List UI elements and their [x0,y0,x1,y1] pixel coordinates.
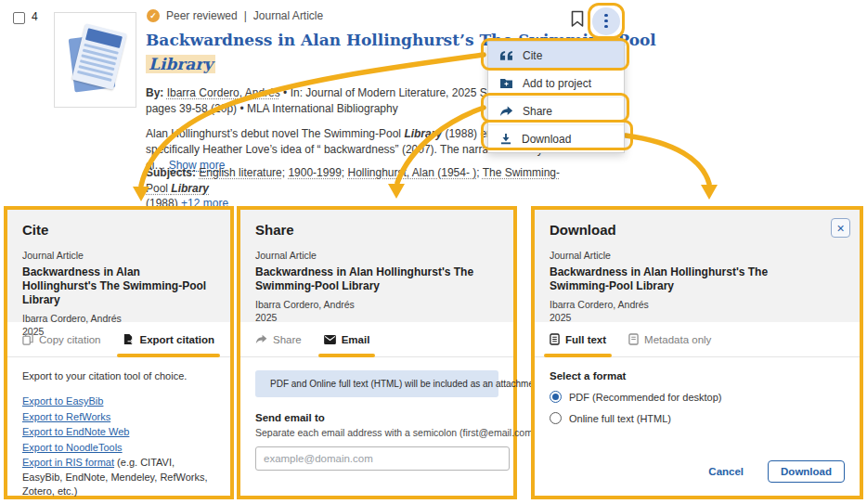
export-endnote-link[interactable]: Export to EndNote Web [22,425,215,440]
export-refworks-link[interactable]: Export to RefWorks [22,410,215,425]
share-panel-header: Share Journal Article Backwardness in Al… [240,210,513,322]
export-citation-icon [123,333,134,345]
cite-panel-body: Export to your citation tool of choice. … [7,357,230,504]
email-input[interactable] [255,446,510,471]
menu-item-share[interactable]: Share [488,97,624,124]
copy-icon [22,333,33,345]
download-panel-body: Select a format PDF (Recommended for des… [535,357,860,437]
author-link[interactable]: Ibarra Cordero, Andrés [167,86,280,99]
attachment-notice: PDF and Online full text (HTML) will be … [255,370,498,397]
cancel-button[interactable]: Cancel [708,466,744,477]
meta-divider: | [244,9,247,22]
envelope-icon [324,335,336,344]
share-tabs: Share Email [240,322,513,357]
format-option-html[interactable]: Online full text (HTML) [550,412,845,424]
cite-panel: Cite Journal Article Backwardness in Ala… [4,206,234,499]
pages-info: pages 39-58 (20p) • MLA International Bi… [146,102,398,115]
download-tabs: Full text Metadata only [535,322,860,357]
menu-item-label: Share [523,105,552,118]
export-ris-link[interactable]: Export in RIS format [22,457,114,468]
tab-metadata-only[interactable]: Metadata only [628,322,711,356]
tab-email[interactable]: Email [324,322,370,356]
subjects-row: Subjects: English literature; 1900-1999;… [146,165,582,212]
panel-article-title: Backwardness in Alan Hollinghurst's The … [22,265,215,307]
article-thumbnail[interactable] [54,12,136,108]
menu-item-label: Download [522,133,571,146]
menu-item-label: Add to project [523,77,591,90]
source-title: Journal of Modern Literature, 2025 Summ [305,86,511,99]
result-index: 4 [32,10,38,23]
share-panel-body: PDF and Online full text (HTML) will be … [240,357,513,484]
close-icon[interactable]: × [831,218,850,238]
panel-title: Download [550,222,845,238]
peer-reviewed-label: Peer reviewed [166,9,238,22]
tab-export-citation[interactable]: Export citation [123,322,214,356]
download-panel: × Download Journal Article Backwardness … [531,206,863,499]
bookmark-icon[interactable] [571,10,584,28]
attachment-notice-text: PDF and Online full text (HTML) will be … [270,379,544,389]
share-panel: Share Journal Article Backwardness in Al… [237,206,517,499]
download-footer: Cancel Download [708,460,845,483]
tab-copy-citation[interactable]: Copy citation [22,322,100,356]
export-noodletools-link[interactable]: Export to NoodleTools [22,441,215,456]
format-option-pdf[interactable]: PDF (Recommended for desktop) [550,391,845,403]
full-text-icon [550,333,560,345]
tab-share[interactable]: Share [255,322,302,356]
export-intro-text: Export to your citation tool of choice. [22,370,215,381]
subject-link[interactable]: 1900-1999 [288,166,341,179]
menu-item-add-to-project[interactable]: Add to project [488,69,624,97]
tab-full-text[interactable]: Full text [550,322,606,356]
select-format-label: Select a format [550,370,845,381]
result-checkbox[interactable] [13,12,25,24]
download-button[interactable]: Download [768,460,845,483]
highlighted-term: Library [146,55,215,73]
metadata-icon [628,333,639,345]
panel-title: Share [255,222,498,238]
radio-unselected-icon[interactable] [550,412,562,424]
more-options-button[interactable] [592,7,620,35]
kebab-highlight-ring [588,3,625,39]
share-icon [255,334,267,344]
export-easybib-link[interactable]: Export to EasyBib [22,394,215,409]
panel-article-type: Journal Article [550,250,845,261]
send-email-label: Send email to [255,412,498,423]
panel-article-title: Backwardness in Alan Hollinghurst's The … [255,265,476,293]
panel-article-title: Backwardness in Alan Hollinghurst's The … [550,265,770,293]
menu-item-label: Cite [523,49,542,62]
arrow-to-download-panel [626,136,709,184]
doc-type-label: Journal Article [253,9,323,22]
search-result-page: 4 ✓ Peer reviewed | Journal Article Back… [0,0,867,504]
send-email-hint: Separate each email address with a semic… [255,427,498,438]
result-meta-row: ✓ Peer reviewed | Journal Article [147,9,323,22]
download-panel-header: Download Journal Article Backwardness in… [535,210,860,322]
panel-article-type: Journal Article [22,250,215,261]
subject-link[interactable]: English literature [199,166,281,179]
panel-title: Cite [22,222,215,238]
radio-selected-icon[interactable] [550,391,562,403]
subject-link[interactable]: Hollinghurst, Alan (1954- ) [347,166,476,179]
peer-reviewed-icon: ✓ [147,9,160,22]
panel-article-author: Ibarra Cordero, Andrés [255,299,498,310]
share-icon [499,106,513,117]
quote-icon [499,50,513,61]
overflow-menu: Cite Add to project Share Download [487,41,625,153]
download-icon [499,133,512,145]
panel-article-author: Ibarra Cordero, Andrés [550,299,845,310]
subjects-label: Subjects: [146,166,196,179]
panel-article-type: Journal Article [255,250,498,261]
menu-item-download[interactable]: Download [488,124,624,152]
cite-panel-header: Cite Journal Article Backwardness in Ala… [7,210,230,322]
thumbnail-paper-front-shape [71,23,127,89]
cite-tabs: Copy citation Export citation [7,322,230,357]
folder-plus-icon [499,78,513,89]
menu-item-cite[interactable]: Cite [488,42,624,69]
